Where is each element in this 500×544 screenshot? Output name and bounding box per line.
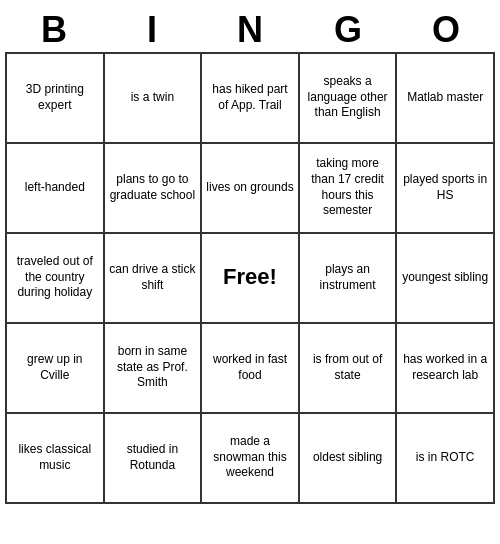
cell-1[interactable]: is a twin — [105, 54, 203, 144]
cell-23[interactable]: oldest sibling — [300, 414, 398, 504]
cell-2[interactable]: has hiked part of App. Trail — [202, 54, 300, 144]
cell-15[interactable]: grew up in Cville — [7, 324, 105, 414]
header-i: I — [103, 8, 201, 52]
bingo-card: B I N G O 3D printing expert is a twin h… — [5, 8, 495, 504]
cell-20[interactable]: likes classical music — [7, 414, 105, 504]
header-b: B — [5, 8, 103, 52]
cell-8[interactable]: taking more than 17 credit hours this se… — [300, 144, 398, 234]
cell-4[interactable]: Matlab master — [397, 54, 495, 144]
header-o: O — [397, 8, 495, 52]
bingo-header: B I N G O — [5, 8, 495, 52]
cell-0[interactable]: 3D printing expert — [7, 54, 105, 144]
header-g: G — [299, 8, 397, 52]
cell-22[interactable]: made a snowman this weekend — [202, 414, 300, 504]
cell-14[interactable]: youngest sibling — [397, 234, 495, 324]
cell-5[interactable]: left-handed — [7, 144, 105, 234]
header-n: N — [201, 8, 299, 52]
cell-21[interactable]: studied in Rotunda — [105, 414, 203, 504]
cell-6[interactable]: plans to go to graduate school — [105, 144, 203, 234]
cell-9[interactable]: played sports in HS — [397, 144, 495, 234]
cell-13[interactable]: plays an instrument — [300, 234, 398, 324]
cell-10[interactable]: traveled out of the country during holid… — [7, 234, 105, 324]
bingo-grid: 3D printing expert is a twin has hiked p… — [5, 52, 495, 504]
cell-11[interactable]: can drive a stick shift — [105, 234, 203, 324]
cell-7[interactable]: lives on grounds — [202, 144, 300, 234]
cell-18[interactable]: is from out of state — [300, 324, 398, 414]
cell-19[interactable]: has worked in a research lab — [397, 324, 495, 414]
cell-3[interactable]: speaks a language other than English — [300, 54, 398, 144]
cell-12-free[interactable]: Free! — [202, 234, 300, 324]
cell-16[interactable]: born in same state as Prof. Smith — [105, 324, 203, 414]
cell-24[interactable]: is in ROTC — [397, 414, 495, 504]
cell-17[interactable]: worked in fast food — [202, 324, 300, 414]
